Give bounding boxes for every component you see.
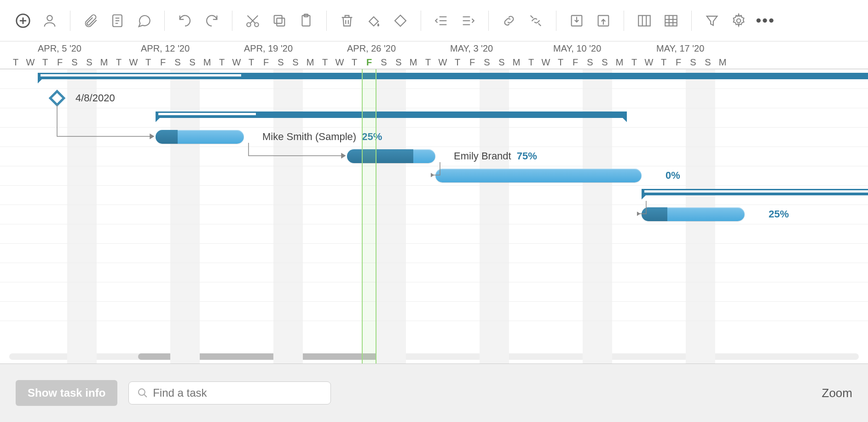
day-letter: S [376,57,391,68]
week-label: APR, 19 '20 [244,43,293,54]
filter-icon[interactable] [703,12,721,30]
day-letter: T [38,57,52,68]
day-letter: W [23,57,38,68]
horizontal-scrollbar[interactable] [9,353,859,360]
task-bar-4-label: 25% [763,208,789,220]
gantt-chart[interactable]: 4/8/2020Mike Smith (Sample)25%Emily Bran… [0,69,868,364]
week-label: APR, 5 '20 [38,43,81,54]
day-letter: F [259,57,273,68]
milestone-icon[interactable] [391,12,410,30]
delete-icon[interactable] [338,12,356,30]
redo-icon[interactable] [203,12,221,30]
cut-icon[interactable] [243,12,262,30]
day-letter: T [347,57,362,68]
day-letter: W [642,57,656,68]
zoom-label: Zoom [822,386,852,400]
fill-icon[interactable] [365,12,383,30]
week-label: MAY, 10 '20 [553,43,601,54]
summary-bar-3[interactable] [642,189,868,195]
day-letter: S [583,57,597,68]
grid-icon[interactable] [662,12,680,30]
day-letter: M [406,57,421,68]
day-letter: F [465,57,480,68]
user-icon[interactable] [41,12,59,30]
week-label: MAY, 17 '20 [656,43,704,54]
svg-point-40 [139,389,145,395]
day-letter: W [332,57,347,68]
undo-icon[interactable] [176,12,194,30]
link-icon[interactable] [500,12,518,30]
day-letter: W [126,57,141,68]
attachment-icon[interactable] [81,12,100,30]
day-letter: S [273,57,288,68]
day-letter: S [391,57,406,68]
day-letter: T [524,57,538,68]
task-bar-3[interactable] [435,169,642,182]
day-letter: M [612,57,627,68]
day-letter: W [229,57,244,68]
comment-icon[interactable] [135,12,153,30]
day-letter: F [362,57,376,68]
svg-point-39 [737,18,741,23]
summary-bar-1[interactable] [38,73,868,79]
search-input[interactable] [153,387,322,399]
indent-icon[interactable] [459,12,477,30]
day-letter: T [627,57,642,68]
day-letter: S [700,57,715,68]
svg-rect-13 [274,15,282,23]
search-icon [137,387,148,399]
outdent-icon[interactable] [432,12,451,30]
notes-icon[interactable] [108,12,127,30]
day-letter: S [185,57,200,68]
day-letter: T [141,57,156,68]
day-letter: S [480,57,494,68]
day-letter: S [82,57,97,68]
day-letter: M [509,57,524,68]
week-label: APR, 12 '20 [141,43,190,54]
day-letter: T [8,57,23,68]
columns-icon[interactable] [635,12,654,30]
search-field[interactable] [128,381,331,404]
svg-point-3 [47,15,52,20]
day-letter: F [671,57,686,68]
task-bar-1[interactable] [156,130,244,144]
task-bar-2[interactable] [347,149,435,163]
day-letter: F [568,57,583,68]
settings-icon[interactable] [729,12,748,30]
day-letter: S [597,57,612,68]
summary-bar-2[interactable] [156,111,627,118]
show-task-info-button[interactable]: Show task info [16,380,117,406]
task-bar-4[interactable] [642,207,745,221]
svg-rect-18 [395,15,406,26]
day-letter: S [288,57,303,68]
unlink-icon[interactable] [527,12,545,30]
task-bar-2-label: Emily Brandt75% [454,150,537,162]
paste-icon[interactable] [297,12,315,30]
export-icon[interactable] [594,12,613,30]
timeline-header: APR, 5 '20APR, 12 '20APR, 19 '20APR, 26 … [0,41,868,69]
day-letter: S [686,57,700,68]
week-label: MAY, 3 '20 [450,43,493,54]
svg-line-41 [144,394,147,397]
svg-line-26 [538,23,541,26]
week-label: APR, 26 '20 [347,43,396,54]
toolbar: ••• [0,0,868,41]
day-letter: T [318,57,332,68]
day-letter: F [156,57,170,68]
svg-rect-31 [638,15,650,26]
day-letter: F [52,57,67,68]
day-letter: S [170,57,185,68]
day-letter: T [421,57,435,68]
copy-icon[interactable] [270,12,289,30]
day-letter: S [67,57,82,68]
day-letter: M [715,57,730,68]
add-button[interactable] [14,12,32,30]
day-letter: S [494,57,509,68]
import-icon[interactable] [567,12,586,30]
day-letter: M [200,57,214,68]
more-icon[interactable]: ••• [756,12,775,30]
day-letter: T [111,57,126,68]
svg-rect-12 [277,18,284,26]
today-marker [362,69,376,363]
svg-rect-34 [665,15,677,26]
